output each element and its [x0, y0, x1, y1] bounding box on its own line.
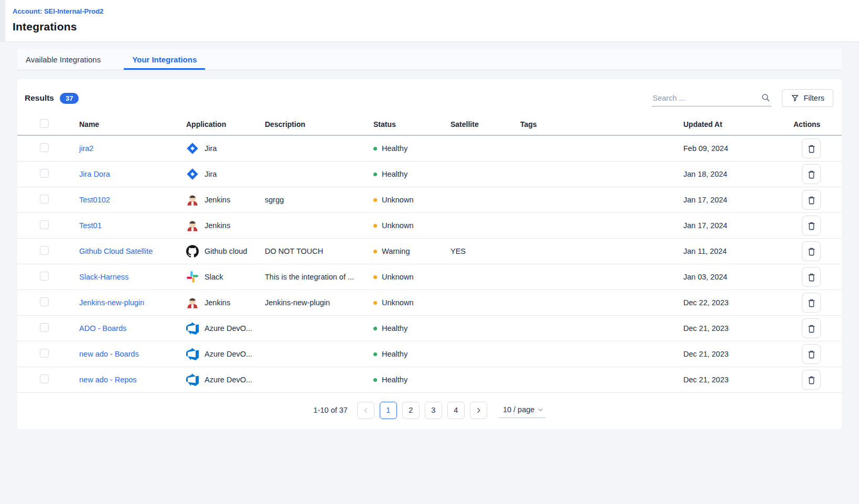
- delete-button[interactable]: [802, 216, 821, 235]
- jenkins-icon: [186, 296, 199, 309]
- status-dot: [373, 352, 377, 356]
- filters-button[interactable]: Filters: [782, 89, 833, 107]
- row-checkbox[interactable]: [40, 169, 49, 178]
- integration-name-link[interactable]: Github Cloud Satellite: [79, 247, 153, 255]
- status-label: Healthy: [382, 350, 407, 358]
- select-all-checkbox[interactable]: [40, 119, 49, 128]
- integration-name-link[interactable]: ADO - Boards: [79, 324, 126, 333]
- integration-name-link[interactable]: Jenkins-new-plugin: [79, 298, 144, 307]
- trash-icon: [807, 221, 817, 231]
- column-header-status: Status: [373, 120, 450, 128]
- status-dot: [373, 301, 377, 305]
- delete-button[interactable]: [802, 370, 821, 390]
- row-checkbox[interactable]: [40, 323, 49, 332]
- previous-page-button[interactable]: [357, 402, 374, 419]
- row-checkbox[interactable]: [40, 374, 49, 383]
- status-label: Healthy: [382, 170, 407, 178]
- delete-button[interactable]: [802, 344, 821, 364]
- application-label: Azure DevO...: [205, 324, 252, 333]
- trash-icon: [807, 144, 817, 154]
- delete-button[interactable]: [802, 267, 821, 287]
- delete-button[interactable]: [802, 190, 821, 210]
- delete-button[interactable]: [802, 138, 821, 158]
- updated-at-value: Feb 09, 2024: [683, 144, 793, 153]
- status-label: Warning: [382, 247, 410, 255]
- status-dot: [373, 250, 377, 253]
- row-checkbox[interactable]: [40, 143, 49, 152]
- row-checkbox[interactable]: [40, 195, 49, 203]
- next-page-button[interactable]: [470, 402, 487, 419]
- trash-icon: [807, 246, 817, 256]
- integration-name-link[interactable]: new ado - Boards: [79, 350, 139, 358]
- table-row: ADO - Boards Azure DevO... Healthy Dec 2…: [17, 316, 842, 341]
- status-label: Healthy: [382, 324, 407, 333]
- delete-button[interactable]: [802, 318, 821, 338]
- page-button-1[interactable]: 1: [380, 402, 397, 419]
- column-header-updated-at: Updated At: [683, 120, 793, 128]
- row-checkbox[interactable]: [40, 297, 49, 306]
- status-dot: [373, 327, 377, 330]
- integration-name-link[interactable]: jira2: [79, 144, 93, 153]
- search-input[interactable]: [653, 94, 758, 102]
- search-box: [652, 90, 771, 106]
- integration-name-link[interactable]: Test0102: [79, 196, 110, 204]
- page-button-2[interactable]: 2: [402, 402, 420, 419]
- column-header-satellite: Satellite: [450, 120, 520, 128]
- status-dot: [373, 198, 377, 202]
- table-row: Test01 Jenkins Unknown Jan 17, 2024: [17, 213, 842, 239]
- row-checkbox[interactable]: [40, 220, 49, 229]
- table-row: Jenkins-new-plugin Jenkins Jenkins-new-p…: [17, 290, 842, 316]
- table-row: new ado - Repos Azure DevO... Healthy De…: [17, 367, 842, 393]
- trash-icon: [807, 298, 817, 308]
- application-label: Jira: [205, 144, 217, 153]
- table-row: Github Cloud Satellite Github cloud DO N…: [17, 239, 842, 264]
- pagination-range-label: 1-10 of 37: [314, 406, 348, 414]
- delete-button[interactable]: [802, 164, 821, 184]
- row-checkbox[interactable]: [40, 272, 49, 281]
- jira-icon: [186, 142, 199, 155]
- table-row: Test0102 Jenkins sgrgg Unknown Jan 17, 2…: [17, 187, 842, 213]
- integration-name-link[interactable]: Test01: [79, 221, 102, 230]
- application-label: Jira: [205, 170, 217, 178]
- status-label: Unknown: [382, 273, 413, 281]
- integration-name-link[interactable]: new ado - Repos: [79, 376, 137, 384]
- status-dot: [373, 275, 377, 279]
- trash-icon: [807, 169, 817, 179]
- jenkins-icon: [186, 219, 199, 232]
- github-icon: [186, 245, 199, 258]
- status-dot: [373, 173, 377, 176]
- description-text: Jenkins-new-plugin: [265, 298, 373, 307]
- account-breadcrumb-link[interactable]: Account: SEI-Internal-Prod2: [13, 7, 103, 15]
- azure-devops-icon: [186, 322, 199, 335]
- table-header-row: Name Application Description Status Sate…: [17, 114, 842, 136]
- status-dot: [373, 378, 377, 382]
- tab-available-integrations[interactable]: Available Integrations: [17, 49, 109, 70]
- search-icon: [761, 93, 770, 102]
- page-button-4[interactable]: 4: [447, 402, 465, 419]
- azure-devops-icon: [186, 373, 199, 386]
- delete-button[interactable]: [802, 241, 821, 261]
- page-size-select[interactable]: 10 / page: [499, 402, 545, 418]
- tab-your-integrations[interactable]: Your Integrations: [124, 49, 205, 70]
- page-button-3[interactable]: 3: [425, 402, 442, 419]
- updated-at-value: Dec 22, 2023: [683, 298, 793, 307]
- status-dot: [373, 147, 377, 151]
- collapsed-nav-strip: [0, 0, 5, 42]
- row-checkbox[interactable]: [40, 246, 49, 255]
- table-body: jira2 Jira Healthy Feb 09, 2024 Jira Dor…: [17, 136, 842, 393]
- status-label: Healthy: [382, 376, 407, 384]
- integration-name-link[interactable]: Jira Dora: [79, 170, 110, 178]
- column-header-actions: Actions: [793, 120, 842, 128]
- slack-icon: [186, 271, 199, 283]
- pagination: 1-10 of 37 1 2 3 4 10 / page: [17, 393, 842, 427]
- status-dot: [373, 224, 377, 228]
- jenkins-icon: [186, 194, 199, 206]
- page-title: Integrations: [13, 20, 859, 33]
- integration-name-link[interactable]: Slack-Harness: [79, 273, 128, 281]
- table-row: new ado - Boards Azure DevO... Healthy D…: [17, 341, 842, 367]
- updated-at-value: Jan 18, 2024: [683, 170, 793, 178]
- row-checkbox[interactable]: [40, 349, 49, 358]
- status-label: Unknown: [382, 196, 413, 204]
- updated-at-value: Dec 21, 2023: [683, 376, 793, 384]
- delete-button[interactable]: [802, 293, 821, 313]
